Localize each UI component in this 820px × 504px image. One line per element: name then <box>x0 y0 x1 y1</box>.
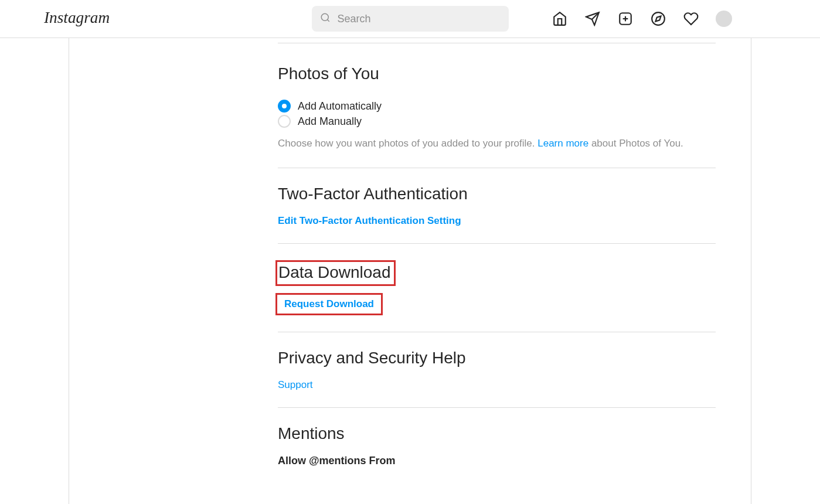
radio-label-auto: Add Automatically <box>298 100 382 113</box>
profile-avatar[interactable] <box>716 11 732 27</box>
home-icon[interactable] <box>552 11 568 27</box>
section-title-privacy-help: Privacy and Security Help <box>278 349 716 367</box>
settings-content: Photos of You Add Automatically Add Manu… <box>278 38 751 483</box>
svg-text:Instagram: Instagram <box>44 9 110 26</box>
section-title-photos: Photos of You <box>278 64 716 83</box>
explore-icon[interactable] <box>650 11 666 27</box>
help-text-post: about Photos of You. <box>588 138 683 149</box>
brand-logo[interactable]: Instagram <box>44 5 120 32</box>
search-icon <box>320 12 331 25</box>
request-download-link[interactable]: Request Download <box>284 298 374 310</box>
section-title-data-download: Data Download <box>278 263 390 282</box>
section-two-factor: Two-Factor Authentication Edit Two-Facto… <box>278 168 716 243</box>
search-container <box>312 6 509 32</box>
section-photos-of-you: Photos of You Add Automatically Add Manu… <box>278 43 716 168</box>
top-nav: Instagram <box>0 0 820 38</box>
highlight-link-request-download: Request Download <box>275 293 383 315</box>
section-mentions: Mentions Allow @mentions From <box>278 407 716 483</box>
radio-label-manual: Add Manually <box>298 115 362 128</box>
new-post-icon[interactable] <box>617 11 634 27</box>
radio-unselected-icon <box>278 115 291 128</box>
photos-radio-group: Add Automatically Add Manually <box>278 100 716 128</box>
svg-point-1 <box>321 13 328 21</box>
svg-line-2 <box>327 19 329 21</box>
section-title-2fa: Two-Factor Authentication <box>278 185 716 203</box>
edit-2fa-link[interactable]: Edit Two-Factor Authentication Setting <box>278 215 461 227</box>
page-container: Photos of You Add Automatically Add Manu… <box>0 38 820 504</box>
svg-point-8 <box>652 12 665 25</box>
radio-add-manually[interactable]: Add Manually <box>278 115 716 128</box>
nav-icons <box>552 11 732 27</box>
learn-more-link[interactable]: Learn more <box>537 138 588 149</box>
section-data-download: Data Download Request Download <box>278 243 716 332</box>
search-input[interactable] <box>312 6 509 32</box>
instagram-wordmark-icon: Instagram <box>44 5 120 32</box>
radio-selected-icon <box>278 100 291 113</box>
section-privacy-help: Privacy and Security Help Support <box>278 332 716 407</box>
highlight-title-data-download: Data Download <box>275 260 396 286</box>
support-link[interactable]: Support <box>278 379 313 391</box>
photos-help-text: Choose how you want photos of you added … <box>278 136 716 151</box>
messenger-icon[interactable] <box>584 11 601 27</box>
settings-panel: Photos of You Add Automatically Add Manu… <box>69 38 751 504</box>
section-title-mentions: Mentions <box>278 424 716 443</box>
activity-icon[interactable] <box>683 11 699 27</box>
svg-marker-9 <box>655 16 661 21</box>
help-text-pre: Choose how you want photos of you added … <box>278 138 537 149</box>
mentions-sub-heading: Allow @mentions From <box>278 455 716 467</box>
radio-add-automatically[interactable]: Add Automatically <box>278 100 716 113</box>
